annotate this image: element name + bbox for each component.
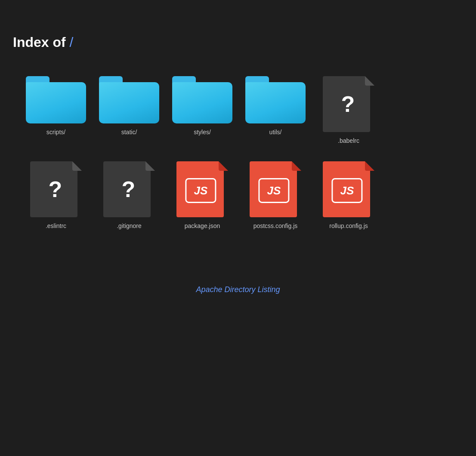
js-file-icon: JS <box>176 161 228 217</box>
file-label: package.json <box>185 222 220 229</box>
js-file-icon: JS <box>323 161 374 217</box>
page-title: Index of / <box>13 34 463 50</box>
js-file-icon: JS <box>250 161 301 217</box>
unknown-file-icon: ? <box>323 76 374 132</box>
file-label: .eslintrc <box>46 222 66 229</box>
file-label: utils/ <box>269 129 282 136</box>
file-label: static/ <box>121 129 137 136</box>
folder-icon <box>99 76 159 123</box>
folder-icon <box>245 76 306 123</box>
title-slash: / <box>66 34 74 50</box>
folder-icon <box>26 76 86 123</box>
file-grid: scripts/ static/ styles/ utils/ <box>13 72 463 234</box>
file-label: rollup.config.js <box>329 222 368 229</box>
footer-text: Apache Directory Listing <box>196 285 280 294</box>
file-item-scripts[interactable]: scripts/ <box>22 72 90 148</box>
file-item-babelrc[interactable]: ? .babelrc <box>314 72 383 148</box>
file-item-styles[interactable]: styles/ <box>168 72 237 148</box>
folder-icon <box>172 76 232 123</box>
file-item-static[interactable]: static/ <box>95 72 164 148</box>
file-label: postcss.config.js <box>253 222 298 229</box>
file-label: .gitignore <box>117 222 142 229</box>
file-label: .babelrc <box>338 137 359 144</box>
file-label: scripts/ <box>46 129 65 136</box>
title-text: Index of <box>13 34 66 50</box>
file-item-gitignore[interactable]: ? .gitignore <box>95 157 164 234</box>
file-label: styles/ <box>194 129 211 136</box>
file-item-utils[interactable]: utils/ <box>241 72 310 148</box>
footer: Apache Directory Listing <box>13 285 463 294</box>
unknown-file-icon: ? <box>103 161 155 217</box>
file-item-postcss-config[interactable]: JS postcss.config.js <box>241 157 310 234</box>
file-item-package-json[interactable]: JS package.json <box>168 157 237 234</box>
file-item-eslintrc[interactable]: ? .eslintrc <box>22 157 90 234</box>
unknown-file-icon: ? <box>30 161 82 217</box>
file-item-rollup-config[interactable]: JS rollup.config.js <box>314 157 383 234</box>
page-wrapper: Index of / scripts/ static/ styles/ <box>0 0 476 311</box>
